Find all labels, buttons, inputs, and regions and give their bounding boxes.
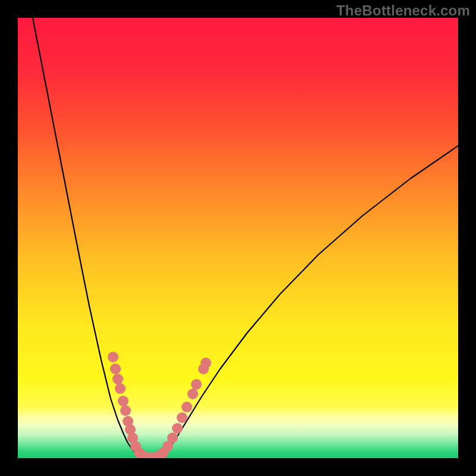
marker-dot <box>181 402 192 412</box>
marker-dot <box>120 405 131 416</box>
marker-dot <box>177 412 187 423</box>
watermark-text: TheBottleneck.com <box>336 2 470 19</box>
marker-dot <box>110 364 121 374</box>
marker-dot <box>191 379 202 390</box>
marker-dot <box>108 352 118 362</box>
plot-frame <box>18 18 458 458</box>
marker-dot <box>112 374 123 384</box>
marker-dot <box>118 396 129 406</box>
marker-dot <box>187 389 198 399</box>
series-left-arm <box>33 18 143 456</box>
marker-dot <box>172 423 183 434</box>
marker-dot <box>115 383 126 394</box>
marker-dot <box>201 358 211 368</box>
series-right-arm <box>161 146 458 456</box>
curve-layer <box>18 18 458 458</box>
marker-dot <box>167 433 178 443</box>
